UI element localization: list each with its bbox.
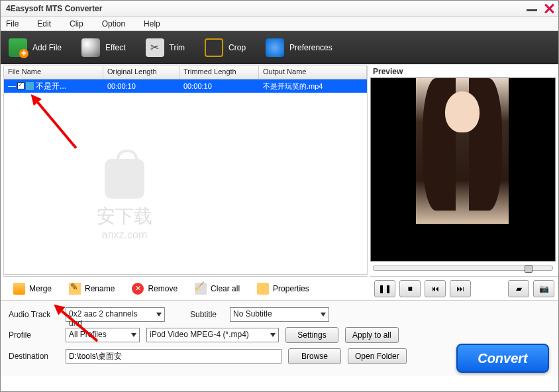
properties-icon	[257, 283, 269, 295]
trim-button[interactable]: Trim	[146, 38, 185, 57]
preview-frame	[416, 78, 509, 224]
minimize-button[interactable]	[527, 9, 537, 11]
add-file-button[interactable]: Add File	[9, 38, 62, 57]
audio-track-label: Audio Track	[9, 310, 59, 319]
playback-controls: ❚❚ ■ ⏮ ⏭ ▰ 📷	[370, 276, 558, 300]
file-list-pane: File Name Original Length Trimmed Length…	[3, 66, 368, 275]
crop-label: Crop	[229, 43, 246, 52]
merge-icon	[13, 283, 25, 295]
lock-icon	[105, 159, 144, 199]
effect-icon	[81, 38, 100, 57]
playback-slider[interactable]	[373, 266, 553, 271]
video-thumb-icon	[26, 82, 34, 90]
profile-select[interactable]: iPod Video MPEG-4 (*.mp4)	[146, 328, 279, 342]
snapshot-button[interactable]: ▰	[508, 280, 529, 297]
pause-button[interactable]: ❚❚	[374, 280, 395, 297]
preview-pane: Preview	[370, 66, 556, 275]
properties-button[interactable]: Properties	[250, 279, 317, 298]
remove-icon	[132, 283, 144, 295]
effect-button[interactable]: Effect	[81, 38, 125, 57]
cell-output-name: 不是开玩笑的.mp4	[259, 81, 367, 91]
menu-edit[interactable]: Edit	[37, 19, 51, 28]
merge-button[interactable]: Merge	[6, 279, 59, 298]
apply-all-button[interactable]: Apply to all	[345, 327, 399, 343]
col-original-length[interactable]: Original Length	[103, 66, 179, 79]
add-file-icon	[9, 38, 27, 57]
col-trimmed-length[interactable]: Trimmed Length	[179, 66, 259, 79]
open-folder-button[interactable]: Open Folder	[348, 348, 407, 364]
watermark-url: anxz.com	[97, 229, 152, 241]
remove-button[interactable]: Remove	[125, 279, 185, 298]
effect-label: Effect	[105, 43, 125, 52]
next-button[interactable]: ⏭	[450, 280, 471, 297]
col-output-name[interactable]: Output Name	[259, 66, 367, 79]
table-header: File Name Original Length Trimmed Length…	[4, 66, 367, 79]
preferences-label: Preferences	[289, 43, 332, 52]
title-bar: 4Easysoft MTS Converter	[1, 1, 558, 17]
watermark-brand: 安下载	[97, 204, 152, 229]
clear-icon	[195, 283, 207, 295]
trim-icon	[146, 38, 164, 57]
cell-file-name: 不是开...	[36, 81, 66, 91]
prev-button[interactable]: ⏮	[425, 280, 446, 297]
menu-clip[interactable]: Clip	[70, 19, 83, 28]
subtitle-select[interactable]: No Subtitle	[230, 307, 329, 322]
table-row[interactable]: — 不是开... 00:00:10 00:00:10 不是开玩笑的.mp4	[4, 79, 367, 93]
add-file-label: Add File	[32, 43, 62, 52]
window-title: 4Easysoft MTS Converter	[6, 4, 102, 13]
col-file-name[interactable]: File Name	[4, 66, 103, 79]
menu-file[interactable]: File	[6, 19, 19, 28]
cell-trimmed-length: 00:00:10	[179, 82, 259, 90]
destination-label: Destination	[9, 352, 59, 361]
audio-track-select[interactable]: 0x2 aac 2 channels und	[66, 307, 165, 322]
crop-button[interactable]: Crop	[205, 38, 246, 57]
destination-input[interactable]: D:\tools\桌面安	[66, 349, 281, 364]
convert-button[interactable]: Convert	[456, 344, 549, 373]
menu-bar: File Edit Clip Option Help	[1, 17, 558, 31]
menu-option[interactable]: Option	[102, 19, 125, 28]
camera-button[interactable]: 📷	[533, 280, 554, 297]
subtitle-label: Subtitle	[190, 310, 223, 319]
clear-all-button[interactable]: Clear all	[187, 279, 247, 298]
rename-button[interactable]: Rename	[62, 279, 122, 298]
rename-icon	[69, 283, 81, 295]
preferences-icon	[266, 38, 284, 57]
preview-label: Preview	[370, 66, 556, 77]
crop-icon	[205, 38, 223, 57]
menu-help[interactable]: Help	[144, 19, 160, 28]
profile-filter-select[interactable]: All Profiles	[66, 328, 140, 342]
preview-video[interactable]	[370, 77, 556, 262]
main-toolbar: Add File Effect Trim Crop Preferences	[1, 31, 558, 64]
settings-button[interactable]: Settings	[285, 327, 338, 343]
profile-label: Profile	[9, 330, 59, 340]
main-area: File Name Original Length Trimmed Length…	[1, 64, 558, 276]
list-actions: Merge Rename Remove Clear all Properties	[3, 276, 368, 300]
stop-button[interactable]: ■	[399, 280, 421, 297]
watermark: 安下载 anxz.com	[97, 159, 152, 241]
trim-label: Trim	[170, 43, 185, 52]
annotation-arrow	[30, 91, 80, 149]
bottom-form: Audio Track 0x2 aac 2 channels und Subti…	[1, 300, 558, 376]
browse-button[interactable]: Browse	[288, 348, 341, 364]
close-button[interactable]	[544, 3, 554, 13]
row-checkbox[interactable]	[17, 82, 25, 89]
cell-original-length: 00:00:10	[103, 82, 179, 90]
preferences-button[interactable]: Preferences	[266, 38, 332, 57]
